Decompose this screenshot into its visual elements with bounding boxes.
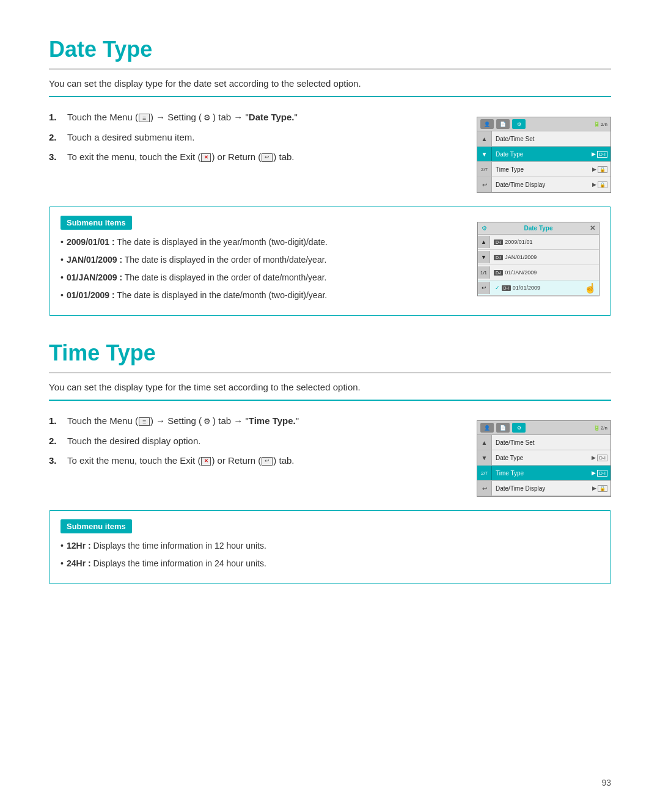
step-2-text: Touch a desired submenu item.	[67, 131, 194, 145]
nav-up-2: ▲	[477, 435, 492, 450]
dialog-entry-4: ✓ D-I01/01/2009	[490, 283, 584, 292]
battery-indicator-2: 🔋2/n	[593, 425, 607, 431]
jan2-fmt-icon: D-I	[494, 270, 503, 276]
time-step-3-text: To exit the menu, touch the Exit (✕) or …	[67, 454, 295, 468]
step-3-num: 3.	[49, 150, 61, 164]
dialog-entry-3: D-I01/JAN/2009	[490, 268, 599, 277]
submenu-title: Submenu items	[61, 216, 132, 230]
date-dialog-header: ⚙ Date Type ✕	[478, 222, 599, 235]
camera-row2-timetype: 2/7 Time Type ▶ D-I	[477, 466, 610, 481]
time-type-submenu-list: 12Hr : Displays the time information in …	[61, 540, 600, 570]
date-type-description: You can set the display type for the dat…	[49, 78, 611, 97]
camera-row-datetype: ▼ Date Type ▶ D-I	[477, 147, 610, 162]
date-type-dialog: ⚙ Date Type ✕ ▲ D-I2009/01/01 ▼	[477, 222, 600, 296]
time-type-submenu-section: Submenu items 12Hr : Displays the time i…	[49, 510, 611, 584]
submenu-item-2: JAN/01/2009 : The date is displayed in t…	[61, 254, 465, 266]
camera-row2-datetype: ▼ Date Type ▶ D-I	[477, 450, 610, 466]
submenu-item-3: 01/JAN/2009 : The date is displayed in t…	[61, 271, 465, 284]
time-type-camera-ui: 👤 📄 ⚙ 🔋2/n ▲ Date/Time Set ▼ Date Type ▶…	[477, 420, 611, 497]
time-step-2: 2. Touch the desired display option.	[49, 434, 458, 448]
time-type-section: Time Type You can set the display type f…	[49, 340, 611, 584]
camera-row-datetimedisp: ↩ Date/Time Display ▶ 🔒	[477, 177, 610, 192]
step-2: 2. Touch a desired submenu item.	[49, 131, 458, 145]
dialog-entry-2: D-IJAN/01/2009	[490, 253, 599, 262]
return-icon-2: ↩	[262, 457, 273, 466]
camera-row2-datetimeset: ▲ Date/Time Set	[477, 435, 610, 450]
datetimedisp-indicator: ▶ 🔒	[589, 180, 610, 189]
timetype2-indicator: ▶ D-I	[588, 469, 610, 478]
dialog-nav-up: ▲	[478, 236, 490, 248]
date-type-steps: 1. Touch the Menu (☰) → Setting (⚙) tab …	[49, 111, 458, 170]
settings-icon-2: ⚙	[512, 423, 526, 433]
time-submenu-item-1: 12Hr : Displays the time information in …	[61, 540, 600, 552]
time-step-2-text: Touch the desired display option.	[67, 434, 200, 448]
step-1-text: Touch the Menu (☰) → Setting (⚙) tab → "…	[67, 111, 298, 125]
date-type-section: Date Type You can set the display type f…	[49, 37, 611, 316]
time-submenu-item-2: 24Hr : Displays the time information in …	[61, 557, 600, 570]
date-dialog-title: Date Type	[524, 225, 552, 232]
d01-fmt-icon: D-I	[502, 285, 511, 291]
row-label-datetype: Date Type	[492, 149, 588, 159]
timetype-indicator: ▶ 🔒	[589, 165, 610, 174]
jan-fmt-icon: D-I	[494, 255, 503, 260]
submenu-items-container: Submenu items 2009/01/01 : The date is d…	[61, 216, 465, 307]
row-label-timetype: Time Type	[492, 164, 589, 175]
return-icon: ↩	[262, 153, 273, 162]
dialog-counter: 1/1	[478, 266, 490, 279]
dialog-row-3: 1/1 D-I01/JAN/2009	[478, 265, 599, 280]
submenu-item-4: 01/01/2009 : The date is displayed in th…	[61, 289, 465, 302]
nav-return-2: ↩	[477, 481, 492, 496]
nav-down-2: ▼	[477, 450, 492, 465]
step-2-num: 2.	[49, 131, 61, 145]
date-fmt-icon: D-I	[494, 240, 503, 245]
time-type-description: You can set the display type for the tim…	[49, 382, 611, 401]
time-submenu-title: Submenu items	[61, 519, 132, 533]
step-3-text: To exit the menu, touch the Exit (✕) or …	[67, 150, 295, 164]
date-type-submenu-box: Submenu items 2009/01/01 : The date is d…	[49, 207, 611, 316]
camera-header-icons-2: 👤 📄 ⚙	[480, 423, 526, 433]
time-type-submenu-box: Submenu items 12Hr : Displays the time i…	[49, 510, 611, 584]
dialog-row-4: ↩ ✓ D-I01/01/2009 ☝	[478, 280, 599, 296]
settings-icon: ⚙	[512, 119, 526, 129]
row-label-datetimeset: Date/Time Set	[492, 134, 610, 144]
time-step-3-num: 3.	[49, 454, 61, 468]
page-number: 93	[601, 778, 611, 788]
time-type-title: Time Type	[49, 340, 611, 373]
datetype2-indicator: ▶ D-I	[588, 453, 610, 463]
camera-header-icons: 👤 📄 ⚙	[480, 119, 526, 129]
gear-icon: ⚙	[202, 113, 212, 123]
camera-row-timetype: 2/7 Time Type ▶ 🔒	[477, 162, 610, 177]
person-icon: 👤	[480, 119, 494, 129]
exit-icon-2: ✕	[201, 457, 211, 466]
camera-header: 👤 📄 ⚙ 🔋2/n	[477, 117, 610, 131]
nav-counter: 2/7	[477, 162, 492, 177]
nav-down: ▼	[477, 147, 492, 161]
step-3: 3. To exit the menu, touch the Exit (✕) …	[49, 150, 458, 164]
doc-icon: 📄	[496, 119, 510, 129]
submenu-item-1: 2009/01/01 : The date is displayed in th…	[61, 236, 465, 249]
nav-return: ↩	[477, 177, 492, 192]
finger-cursor-icon: ☝	[584, 282, 599, 294]
submenu-with-date-dialog: Submenu items 2009/01/01 : The date is d…	[61, 216, 600, 307]
date-type-submenu-list: 2009/01/01 : The date is displayed in th…	[61, 236, 465, 302]
gear-icon-small: ⚙	[482, 225, 487, 232]
menu-icon: ☰	[139, 114, 150, 122]
row2-label-timetype: Time Type	[492, 468, 588, 478]
nav-up: ▲	[477, 131, 492, 146]
date-type-camera-ui: 👤 📄 ⚙ 🔋2/n ▲ Date/Time Set ▼ Date Type	[477, 117, 611, 193]
close-icon: ✕	[590, 224, 595, 232]
row2-label-datetimeset: Date/Time Set	[492, 437, 610, 448]
step-1: 1. Touch the Menu (☰) → Setting (⚙) tab …	[49, 111, 458, 125]
dialog-row-2: ▼ D-IJAN/01/2009	[478, 250, 599, 265]
doc-icon-2: 📄	[496, 423, 510, 433]
date-type-submenu-section: Submenu items 2009/01/01 : The date is d…	[49, 207, 611, 316]
menu-icon-2: ☰	[139, 417, 150, 426]
exit-icon: ✕	[201, 153, 211, 162]
row-label-datetimedisp: Date/Time Display	[492, 180, 589, 190]
check-icon: ✓	[494, 285, 500, 291]
time-step-1: 1. Touch the Menu (☰) → Setting (⚙) tab …	[49, 414, 458, 428]
time-step-1-text: Touch the Menu (☰) → Setting (⚙) tab → "…	[67, 414, 299, 428]
dialog-nav-down: ▼	[478, 251, 490, 263]
time-step-3: 3. To exit the menu, touch the Exit (✕) …	[49, 454, 458, 468]
camera-row2-datetimedisp: ↩ Date/Time Display ▶ 🔒	[477, 481, 610, 496]
